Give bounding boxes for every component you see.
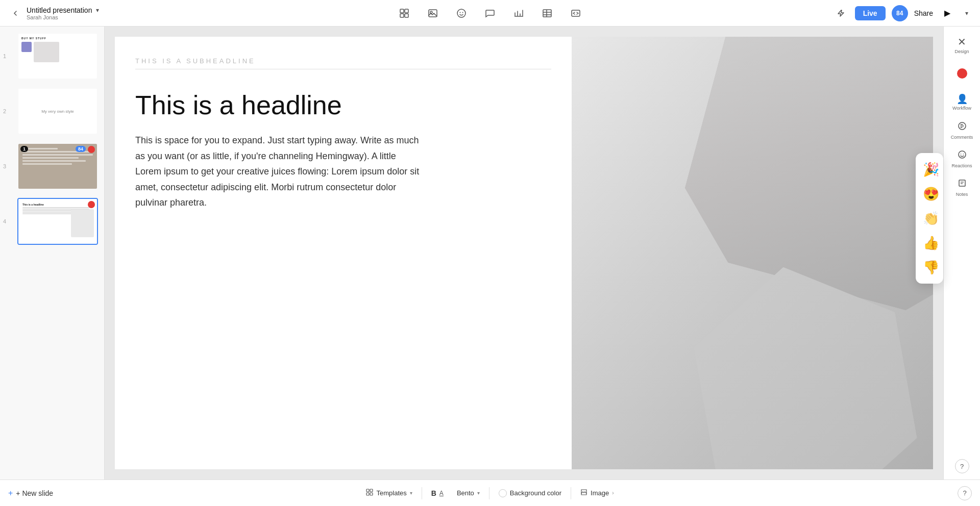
font-button[interactable]: B A: [425, 484, 450, 502]
comments-label: Comments: [951, 135, 973, 140]
lightning-button[interactable]: [832, 5, 849, 21]
reaction-thumbs-up[interactable]: 👍: [921, 233, 941, 253]
sidebar-notes-button[interactable]: Notes: [950, 175, 974, 200]
toolbar-insert-icon[interactable]: [396, 5, 412, 21]
svg-rect-3: [405, 14, 408, 17]
slide-number-4: 4: [3, 218, 6, 224]
image-button[interactable]: Image ›: [574, 484, 620, 502]
bottom-right: ?: [958, 486, 972, 500]
theme-label: Bento: [457, 489, 474, 497]
svg-point-18: [963, 154, 964, 155]
new-slide-button[interactable]: + + New slide: [8, 489, 53, 498]
main-area: 1 BUY MY STUFF 2 My very own s: [0, 27, 980, 479]
toolbar-table-icon[interactable]: [539, 5, 555, 21]
thumb1-text: BUY MY STUFF: [21, 37, 94, 40]
templates-chevron: ▾: [410, 490, 412, 496]
background-color-button[interactable]: Background color: [493, 484, 568, 502]
design-label: Design: [954, 49, 969, 55]
svg-rect-23: [366, 493, 369, 495]
svg-rect-2: [400, 14, 404, 17]
templates-icon: [366, 489, 373, 497]
slide-item-1[interactable]: BUY MY STUFF: [17, 33, 98, 80]
image-label: Image: [591, 489, 609, 497]
title-area: Untitled presentation ▾ Sarah Jonas: [27, 6, 99, 20]
slide-item-4[interactable]: This is a headline: [17, 198, 98, 245]
slide3-badge-1: 1: [20, 146, 28, 152]
toolbar-emoji-icon[interactable]: [453, 5, 470, 21]
notes-icon: [957, 178, 967, 191]
topbar-left: Untitled presentation ▾ Sarah Jonas: [8, 6, 151, 20]
presentation-user: Sarah Jonas: [27, 14, 99, 20]
toolbar-embed-icon[interactable]: [568, 5, 584, 21]
bg-color-label: Background color: [510, 489, 561, 497]
sidebar-record-button[interactable]: [950, 61, 974, 86]
subheadline: THIS IS A SUBHEADLINE: [135, 57, 551, 69]
slide4-red-dot: [88, 201, 95, 208]
live-button[interactable]: Live: [855, 6, 886, 20]
svg-rect-1: [405, 9, 408, 13]
slide-canvas: THIS IS A SUBHEADLINE This is a headline…: [115, 37, 933, 469]
reactions-icon: [957, 149, 967, 162]
back-button[interactable]: [8, 6, 22, 20]
sidebar-help-area: ?: [955, 459, 969, 473]
templates-button[interactable]: Templates ▾: [360, 484, 418, 502]
svg-point-6: [457, 9, 465, 17]
topbar-center: [151, 5, 829, 21]
thumb4-headline: This is a headline: [22, 203, 93, 206]
slide-panel: 1 BUY MY STUFF 2 My very own s: [0, 27, 105, 479]
image-chevron: ›: [612, 490, 614, 496]
slide-thumb-1: BUY MY STUFF: [18, 34, 97, 79]
share-button[interactable]: Share: [914, 9, 933, 17]
reactions-label: Reactions: [951, 164, 972, 169]
new-slide-label: + New slide: [16, 489, 53, 497]
slide-thumb-2: My very own style: [18, 89, 97, 134]
slide-right: [572, 37, 933, 469]
sidebar-workflow-button[interactable]: 👤 Workflow: [950, 90, 974, 114]
svg-rect-21: [366, 489, 369, 492]
reaction-heart-eyes[interactable]: 😍: [921, 184, 941, 204]
reactions-popup: 🎉 😍 👏 👍 👎: [916, 153, 943, 284]
image-icon: [580, 489, 587, 497]
right-sidebar: ✕ Design 👤 Workflow Comments: [943, 27, 980, 479]
workflow-icon: 👤: [957, 93, 968, 105]
slide-number-3: 3: [3, 163, 6, 169]
slide2-label: My very own style: [37, 105, 78, 118]
divider-2: [489, 487, 489, 499]
svg-rect-22: [370, 489, 373, 492]
slide-item-3[interactable]: 1 84: [17, 143, 98, 190]
presentation-title: Untitled presentation: [27, 6, 92, 14]
divider-1: [422, 487, 422, 499]
toolbar-comment-icon[interactable]: [482, 5, 498, 21]
slide-thumb-3: 1 84: [18, 144, 97, 189]
main-headline: This is a headline: [135, 90, 551, 120]
sidebar-design-button[interactable]: ✕ Design: [950, 33, 974, 57]
toolbar-image-icon[interactable]: [425, 5, 441, 21]
avatar-badge[interactable]: 84: [892, 5, 908, 21]
sidebar-reactions-button[interactable]: Reactions: [950, 147, 974, 171]
reaction-thumbs-down[interactable]: 👎: [921, 257, 941, 277]
theme-button[interactable]: Bento ▾: [451, 484, 486, 502]
toolbar-chart-icon[interactable]: [510, 5, 527, 21]
slide-number-2: 2: [3, 108, 6, 114]
slide-item-2[interactable]: My very own style: [17, 88, 98, 135]
topbar: Untitled presentation ▾ Sarah Jonas: [0, 0, 980, 27]
bottom-help-button[interactable]: ?: [958, 486, 972, 500]
color-swatch-icon: [499, 489, 507, 497]
play-more-button[interactable]: ▾: [962, 5, 972, 21]
title-dropdown-icon[interactable]: ▾: [96, 7, 99, 14]
svg-point-8: [462, 12, 463, 13]
reaction-clap[interactable]: 👏: [921, 208, 941, 229]
bottom-center: Templates ▾ B A Bento ▾ Background color: [360, 484, 620, 502]
slide-number-1: 1: [3, 53, 6, 59]
record-dot-icon: [957, 68, 967, 79]
bottom-left: + + New slide: [8, 489, 53, 498]
play-button[interactable]: ▶: [939, 5, 955, 21]
theme-chevron: ▾: [477, 490, 480, 496]
bottom-bar: + + New slide Templates ▾ B A: [0, 479, 980, 506]
reaction-party[interactable]: 🎉: [921, 159, 941, 180]
font-underline-icon: A: [439, 490, 444, 497]
divider-3: [571, 487, 571, 499]
slide-left[interactable]: THIS IS A SUBHEADLINE This is a headline…: [115, 37, 572, 469]
help-button[interactable]: ?: [955, 459, 969, 473]
sidebar-comments-button[interactable]: Comments: [950, 118, 974, 143]
